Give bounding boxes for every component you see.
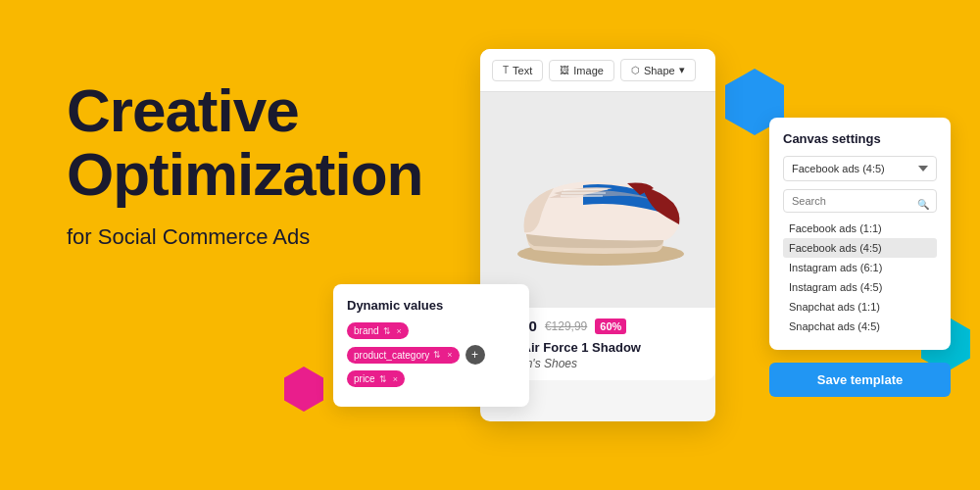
product-shoe-image xyxy=(495,124,701,276)
price-arrows-icon: ⇅ xyxy=(379,374,387,384)
canvas-toolbar: T Text 🖼 Image ⬡ Shape ▾ xyxy=(480,49,715,92)
dynamic-values-title: Dynamic values xyxy=(347,298,515,313)
dropdown-arrow-icon: ▾ xyxy=(679,64,685,76)
dynamic-row-brand: brand ⇅ × xyxy=(347,322,515,339)
add-variable-button[interactable]: + xyxy=(466,345,485,365)
price-old: €129,99 xyxy=(545,319,587,333)
format-option-fb-45[interactable]: Facebook ads (4:5) xyxy=(783,238,937,258)
format-search-input[interactable] xyxy=(783,189,937,213)
category-close-icon[interactable]: × xyxy=(447,350,452,360)
format-option-ig-61[interactable]: Instagram ads (6:1) xyxy=(783,258,937,277)
brand-label: brand xyxy=(354,325,379,336)
hero-text: Creative Optimization for Social Commerc… xyxy=(67,78,380,252)
shape-tool-button[interactable]: ⬡ Shape ▾ xyxy=(620,59,696,81)
discount-badge: 60% xyxy=(595,318,626,334)
format-option-fb-11[interactable]: Facebook ads (1:1) xyxy=(783,219,937,238)
text-tool-button[interactable]: T Text xyxy=(492,60,543,81)
brand-arrows-icon: ⇅ xyxy=(383,326,391,336)
headline: Creative Optimization xyxy=(67,78,380,206)
category-tag: product_category ⇅ × xyxy=(347,347,460,364)
subheadline: for Social Commerce Ads xyxy=(67,223,380,252)
image-icon: 🖼 xyxy=(560,65,569,75)
svg-line-1 xyxy=(564,189,608,190)
category-arrows-icon: ⇅ xyxy=(433,350,441,360)
category-label: product_category xyxy=(354,350,429,361)
headline-line2: Optimization xyxy=(67,140,422,208)
price-tag: price ⇅ × xyxy=(347,370,405,387)
dynamic-row-category: product_category ⇅ × + xyxy=(347,345,515,365)
canvas-settings-panel: Canvas settings Facebook ads (4:5) 🔍 Fac… xyxy=(769,118,951,350)
headline-line1: Creative xyxy=(67,76,299,144)
canvas-settings-title: Canvas settings xyxy=(783,131,937,146)
format-option-sc-45[interactable]: Snapchat ads (4:5) xyxy=(783,317,937,336)
brand-tag: brand ⇅ × xyxy=(347,322,409,339)
price-close-icon[interactable]: × xyxy=(393,374,398,384)
dynamic-values-card: Dynamic values brand ⇅ × product_categor… xyxy=(333,284,529,407)
brand-close-icon[interactable]: × xyxy=(397,326,402,336)
format-option-ig-45[interactable]: Instagram ads (4:5) xyxy=(783,277,937,297)
text-icon: T xyxy=(503,65,509,75)
price-label: price xyxy=(354,373,375,384)
save-template-button[interactable]: Save template xyxy=(769,363,951,397)
search-icon: 🔍 xyxy=(917,199,929,210)
canvas-image-area xyxy=(480,92,715,308)
shape-icon: ⬡ xyxy=(631,65,640,75)
canvas-format-select[interactable]: Facebook ads (4:5) xyxy=(783,156,937,181)
dynamic-row-price: price ⇅ × xyxy=(347,370,515,387)
format-options-list: Facebook ads (1:1) Facebook ads (4:5) In… xyxy=(783,219,937,336)
search-wrapper: 🔍 xyxy=(783,189,937,219)
format-option-sc-11[interactable]: Snapchat ads (1:1) xyxy=(783,297,937,317)
image-tool-button[interactable]: 🖼 Image xyxy=(549,60,614,81)
